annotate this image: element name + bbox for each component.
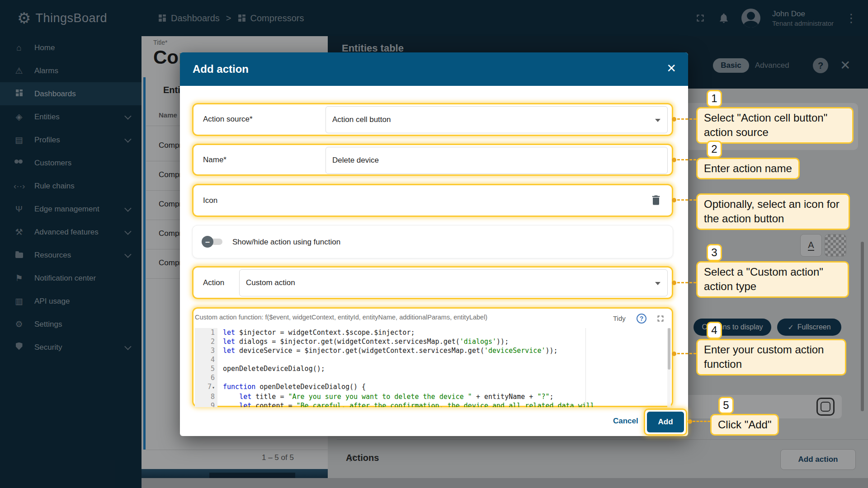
action-type-select[interactable]: Custom action <box>239 269 668 296</box>
annotation-connector <box>673 199 696 201</box>
trash-icon <box>650 194 662 206</box>
annotation-click-add: Click "Add" <box>710 414 779 436</box>
action-source-select[interactable]: Action cell button <box>326 106 668 133</box>
name-input[interactable]: Delete device <box>326 147 668 174</box>
annotation-connector <box>673 118 696 120</box>
action-source-label: Action source* <box>203 115 253 124</box>
annotation-step-number: 2 <box>707 141 722 158</box>
name-label: Name* <box>203 155 226 164</box>
tidy-button[interactable]: Tidy <box>613 314 626 322</box>
chevron-down-icon <box>655 282 660 285</box>
action-label: Action <box>203 278 224 287</box>
annotation-connector <box>689 421 710 422</box>
thingsboard-app: ⚙ ThingsBoard Dashboards > Compressors J… <box>0 0 868 488</box>
dialog-title: Add action <box>193 63 249 75</box>
annotation-step-number: 5 <box>718 397 734 414</box>
add-button[interactable]: Add <box>647 412 684 432</box>
code-editor[interactable]: 1let $injector = widgetContext.$scope.$i… <box>195 328 671 407</box>
dialog-header: Add action ✕ <box>180 52 688 86</box>
add-action-dialog: Add action ✕ Action source* Action cell … <box>180 52 688 436</box>
annotation-select-icon: Optionally, select an icon for the actio… <box>696 193 850 230</box>
dialog-close-icon[interactable]: ✕ <box>666 62 676 74</box>
annotation-enter-action-name: Enter action name <box>696 158 800 179</box>
help-icon[interactable]: ? <box>637 314 646 324</box>
editor-scrollbar[interactable] <box>667 328 671 407</box>
annotation-select-action-source: Select "Action cell button" action sourc… <box>696 107 854 144</box>
annotation-step-number: 4 <box>707 322 722 339</box>
highlight-icon <box>192 184 673 217</box>
annotation-enter-function: Enter your custom action function <box>696 339 846 375</box>
cancel-button[interactable]: Cancel <box>613 417 638 426</box>
annotation-connector <box>673 353 696 354</box>
print-margin-guide <box>585 328 586 407</box>
toggle-label: Show/hide action using function <box>232 238 340 247</box>
annotation-step-number: 1 <box>707 90 722 107</box>
custom-function-signature: Custom action function: f($event, widget… <box>195 314 487 321</box>
chevron-down-icon <box>655 119 660 122</box>
annotation-select-custom-action: Select a "Custom action" action type <box>696 261 849 298</box>
icon-picker-button[interactable] <box>646 190 666 210</box>
annotation-connector <box>673 282 696 283</box>
expand-editor-icon[interactable] <box>656 314 665 324</box>
toggle-thumb[interactable]: – <box>202 236 213 248</box>
annotation-connector <box>673 159 696 160</box>
icon-label: Icon <box>203 196 217 205</box>
annotation-step-number: 3 <box>707 244 722 261</box>
